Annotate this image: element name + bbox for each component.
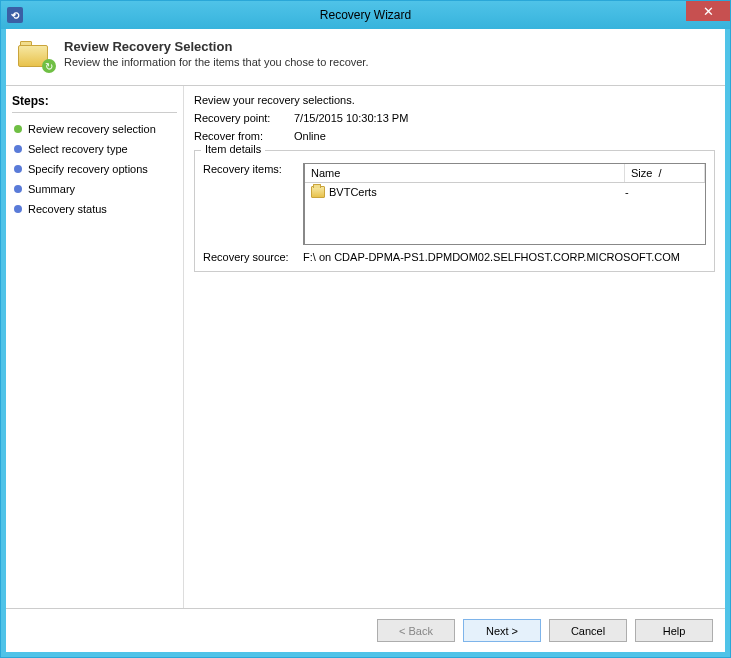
step-bullet-icon	[14, 145, 22, 153]
next-button[interactable]: Next >	[463, 619, 541, 642]
step-review-recovery-selection[interactable]: Review recovery selection	[12, 119, 177, 139]
step-bullet-icon	[14, 185, 22, 193]
client-area: ↻ Review Recovery Selection Review the i…	[1, 29, 730, 657]
wizard-body: Steps: Review recovery selection Select …	[6, 86, 725, 608]
titlebar[interactable]: ⟲ Recovery Wizard ✕	[1, 1, 730, 29]
intro-text: Review your recovery selections.	[194, 94, 715, 106]
grid-header-row: Name Size /	[305, 164, 705, 183]
recover-from-value: Online	[294, 130, 326, 142]
header-text: Review Recovery Selection Review the inf…	[64, 39, 368, 71]
step-bullet-active-icon	[14, 125, 22, 133]
recovery-point-value: 7/15/2015 10:30:13 PM	[294, 112, 408, 124]
item-details-legend: Item details	[201, 143, 265, 155]
wizard-header: ↻ Review Recovery Selection Review the i…	[6, 29, 725, 86]
item-name: BVTCerts	[329, 186, 625, 198]
step-bullet-icon	[14, 205, 22, 213]
help-button[interactable]: Help	[635, 619, 713, 642]
steps-heading: Steps:	[12, 94, 177, 113]
recovery-wizard-window: ⟲ Recovery Wizard ✕ ↻ Review Recovery Se…	[0, 0, 731, 658]
cancel-button[interactable]: Cancel	[549, 619, 627, 642]
step-label: Summary	[28, 183, 75, 195]
step-specify-recovery-options[interactable]: Specify recovery options	[12, 159, 177, 179]
step-summary[interactable]: Summary	[12, 179, 177, 199]
button-bar: < Back Next > Cancel Help	[6, 608, 725, 652]
recovery-point-label: Recovery point:	[194, 112, 294, 124]
recovery-source-value: F:\ on CDAP-DPMA-PS1.DPMDOM02.SELFHOST.C…	[303, 251, 680, 263]
main-panel: Review your recovery selections. Recover…	[184, 86, 725, 608]
recover-from-row: Recover from: Online	[194, 130, 715, 142]
recovery-items-row: Recovery items: Name Size / BVTCerts -	[203, 163, 706, 245]
recovery-items-grid[interactable]: Name Size / BVTCerts -	[303, 163, 706, 245]
page-subtitle: Review the information for the items tha…	[64, 56, 368, 68]
step-label: Select recovery type	[28, 143, 128, 155]
recovery-source-row: Recovery source: F:\ on CDAP-DPMA-PS1.DP…	[203, 251, 706, 263]
column-header-name[interactable]: Name	[305, 164, 625, 182]
step-select-recovery-type[interactable]: Select recovery type	[12, 139, 177, 159]
recovery-items-label: Recovery items:	[203, 163, 303, 175]
column-header-size[interactable]: Size /	[625, 164, 705, 182]
recover-from-label: Recover from:	[194, 130, 294, 142]
back-button: < Back	[377, 619, 455, 642]
step-recovery-status[interactable]: Recovery status	[12, 199, 177, 219]
recovery-folder-icon: ↻	[18, 39, 54, 71]
recovery-source-label: Recovery source:	[203, 251, 303, 263]
item-size: -	[625, 186, 699, 198]
folder-icon	[311, 186, 325, 198]
steps-sidebar: Steps: Review recovery selection Select …	[6, 86, 184, 608]
window-title: Recovery Wizard	[1, 8, 730, 22]
step-label: Review recovery selection	[28, 123, 156, 135]
page-title: Review Recovery Selection	[64, 39, 368, 54]
step-label: Recovery status	[28, 203, 107, 215]
step-label: Specify recovery options	[28, 163, 148, 175]
item-details-group: Item details Recovery items: Name Size /…	[194, 150, 715, 272]
table-row[interactable]: BVTCerts -	[305, 183, 705, 201]
recovery-point-row: Recovery point: 7/15/2015 10:30:13 PM	[194, 112, 715, 124]
step-bullet-icon	[14, 165, 22, 173]
